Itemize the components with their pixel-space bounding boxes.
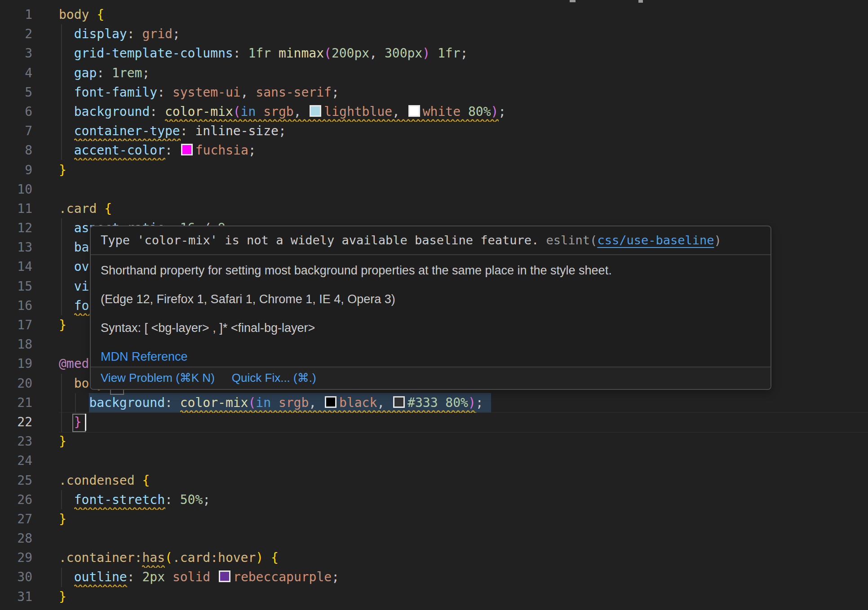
code-line-30[interactable]: outline: 2px solid rebeccapurple; — [59, 567, 868, 587]
code-token: ) — [422, 46, 430, 61]
line-number: 10 — [0, 180, 32, 199]
color-swatch[interactable] — [393, 396, 405, 408]
code-token: } — [59, 163, 66, 177]
color-swatch[interactable] — [310, 105, 321, 117]
line-number: 26 — [0, 490, 32, 509]
code-token — [271, 395, 279, 410]
code-token: 300px — [385, 46, 422, 61]
code-token: solid — [173, 570, 210, 584]
code-token: in — [256, 395, 271, 410]
code-token: ( — [324, 46, 332, 61]
code-line-6[interactable]: background: color-mix(in srgb, lightblue… — [59, 102, 868, 121]
code-token — [135, 27, 142, 41]
code-token — [377, 46, 385, 61]
code-token: grid-template-columns — [74, 46, 233, 61]
code-token: .card — [59, 201, 97, 216]
code-token: color-mix — [180, 395, 248, 410]
code-token: , — [294, 104, 309, 119]
code-token: , — [309, 395, 324, 410]
code-line-27[interactable]: } — [59, 509, 868, 529]
code-line-25[interactable]: .condensed { — [59, 471, 868, 490]
code-line-22[interactable]: } — [59, 412, 868, 432]
color-swatch[interactable] — [325, 396, 337, 408]
code-token: ; — [332, 85, 339, 100]
code-token: .container: — [59, 550, 142, 565]
code-line-11[interactable]: .card { — [59, 199, 868, 218]
code-token — [430, 46, 438, 61]
quick-fix-action[interactable]: Quick Fix... (⌘.) — [232, 371, 316, 385]
code-line-24[interactable] — [59, 451, 868, 470]
code-token — [135, 570, 142, 584]
line-number: 14 — [0, 257, 32, 276]
code-line-10[interactable] — [59, 180, 868, 199]
code-line-5[interactable]: font-family: system-ui, sans-serif; — [59, 83, 868, 102]
code-line-23[interactable]: } — [59, 432, 868, 451]
code-line-21[interactable]: background: color-mix(in srgb, black, #3… — [59, 393, 868, 412]
code-line-1[interactable]: body { — [59, 5, 868, 24]
code-token: ; — [498, 104, 506, 119]
color-swatch[interactable] — [219, 570, 230, 582]
eslint-rule-link[interactable]: css/use-baseline — [597, 233, 714, 247]
code-token: } — [59, 512, 66, 526]
problem-message: Type 'color-mix' is not a widely availab… — [101, 233, 539, 247]
code-token: .card:hover — [173, 550, 256, 565]
line-number: 28 — [0, 529, 32, 548]
code-token — [210, 570, 218, 584]
code-line-26[interactable]: font-stretch: 50%; — [59, 490, 868, 509]
code-token: , — [369, 46, 377, 61]
code-token — [135, 473, 142, 488]
code-token: gap — [74, 66, 97, 80]
code-token: system-ui — [173, 85, 241, 100]
warning-squiggle-region: color-mix(in srgb, lightblue, white 80%) — [165, 104, 498, 119]
code-line-9[interactable]: } — [59, 160, 868, 180]
code-token: ) — [468, 395, 476, 410]
code-editor[interactable]: 1234567891011121314151617181920212223242… — [0, 0, 868, 610]
code-line-28[interactable] — [59, 529, 868, 548]
code-token: 1fr — [438, 46, 461, 61]
code-token — [59, 395, 89, 410]
code-line-29[interactable]: .container:has(.card:hover) { — [59, 548, 868, 567]
code-line-4[interactable]: gap: 1rem; — [59, 63, 868, 83]
text-cursor — [85, 414, 86, 431]
code-line-3[interactable]: grid-template-columns: 1fr minmax(200px,… — [59, 44, 868, 63]
color-swatch[interactable] — [181, 144, 193, 155]
warning-squiggle-region: color-mix(in srgb, black, #333 80%) — [180, 395, 476, 410]
code-token: ov — [74, 259, 89, 274]
code-token: srgb — [263, 104, 293, 119]
line-number: 4 — [0, 63, 32, 83]
code-token — [59, 376, 74, 391]
code-token: ; — [173, 27, 180, 41]
code-token — [263, 550, 271, 565]
code-line-31[interactable]: } — [59, 587, 868, 606]
code-token: : — [127, 570, 135, 584]
line-number: 20 — [0, 374, 32, 393]
code-line-2[interactable]: display: grid; — [59, 24, 868, 44]
code-token: ; — [476, 395, 483, 410]
code-token — [173, 395, 180, 410]
code-token: fo — [74, 298, 89, 313]
code-token — [59, 124, 74, 138]
code-token — [59, 240, 74, 255]
line-number: 19 — [0, 354, 32, 373]
code-token: 1rem — [112, 66, 142, 80]
code-token: black — [339, 395, 377, 410]
code-token — [157, 104, 165, 119]
code-token — [256, 104, 263, 119]
warning-squiggle-region: container-type — [74, 124, 180, 138]
code-token: 200px — [332, 46, 369, 61]
code-token: : — [233, 46, 241, 61]
color-swatch[interactable] — [408, 105, 420, 117]
view-problem-action[interactable]: View Problem (⌘K N) — [101, 371, 215, 385]
line-number: 8 — [0, 141, 32, 160]
code-token: white — [423, 104, 461, 119]
line-number: 21 — [0, 393, 32, 412]
code-line-8[interactable]: accent-color: fuchsia; — [59, 141, 868, 160]
code-line-7[interactable]: container-type: inline-size; — [59, 121, 868, 141]
code-token: vi — [74, 279, 89, 294]
code-token: ) — [256, 550, 263, 565]
mdn-reference-link[interactable]: MDN Reference — [101, 350, 188, 363]
code-token — [248, 85, 256, 100]
eslint-source-suffix: ) — [714, 233, 721, 247]
browser-support: (Edge 12, Firefox 1, Safari 1, Chrome 1,… — [101, 293, 761, 305]
code-token: background — [74, 104, 150, 119]
